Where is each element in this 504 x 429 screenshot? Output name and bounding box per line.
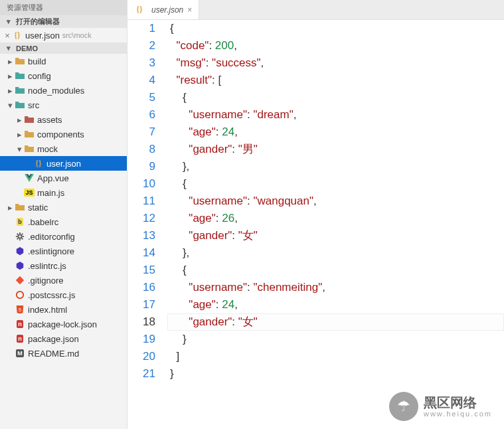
tree-item-label: .postcssrc.js: [28, 290, 76, 300]
line-number: 10: [127, 175, 155, 193]
line-number: 16: [127, 279, 155, 296]
tree-item-user-json[interactable]: {}user.json: [0, 156, 127, 171]
tab-title: user.json: [151, 5, 183, 15]
tree-item-label: .gitignore: [28, 276, 63, 286]
code-line: },: [167, 158, 504, 175]
tree-item--gitignore[interactable]: .gitignore: [0, 273, 127, 288]
tree-item-main-js[interactable]: JSmain.js: [0, 185, 127, 200]
open-editor-name: user.json: [25, 31, 60, 41]
npm-icon: n: [15, 333, 25, 344]
tree-item-package-lock-json[interactable]: npackage-lock.json: [0, 317, 127, 331]
json-icon: {}: [33, 158, 44, 169]
code-line: {: [167, 89, 504, 106]
eslint-icon: [15, 260, 25, 271]
line-number: 2: [127, 37, 155, 54]
project-header[interactable]: ▾ DEMO: [0, 43, 127, 54]
chevron-down-icon: ▾: [4, 17, 13, 26]
npm-icon: n: [15, 319, 25, 329]
tree-item-static[interactable]: ▸static: [0, 200, 127, 214]
line-number: 4: [127, 72, 155, 89]
line-number: 12: [127, 210, 155, 227]
line-number: 17: [127, 296, 155, 313]
line-number: 15: [127, 262, 155, 279]
tree-item--editorconfig[interactable]: .editorconfig: [0, 229, 127, 244]
babel-icon: b: [15, 216, 25, 227]
folder-yellow: [24, 129, 35, 139]
code-line: "username": "wangquan",: [167, 193, 504, 210]
folder-yellow: [15, 202, 25, 213]
tree-item--postcssrc-js[interactable]: .postcssrc.js: [0, 288, 127, 302]
tree-item-label: README.md: [28, 349, 79, 359]
code-line: {: [167, 175, 504, 193]
line-number: 14: [127, 244, 155, 262]
twisty-icon: ▸: [15, 115, 24, 125]
tree-item-config[interactable]: ▸config: [0, 68, 127, 83]
tree-item-label: build: [28, 56, 46, 66]
tree-item-label: static: [28, 203, 48, 213]
code-line: "age": 24,: [167, 124, 504, 141]
twisty-icon: ▸: [5, 71, 15, 81]
watermark: ☂ 黑区网络 www.heiqu.com: [389, 392, 492, 421]
code-line: {: [167, 20, 504, 37]
code-editor[interactable]: 123456789101112131415161718192021 { "cod…: [127, 20, 504, 429]
tree-item-readme-md[interactable]: MREADME.md: [0, 346, 127, 361]
open-editors-list: ×{}user.json src\mock: [0, 28, 127, 43]
line-number: 8: [127, 141, 155, 158]
tree-item-label: .babelrc: [28, 217, 58, 227]
tree-item-label: config: [28, 71, 51, 81]
open-editors-header[interactable]: ▾ 打开的编辑器: [0, 15, 127, 28]
open-editors-label: 打开的编辑器: [16, 17, 60, 27]
tree-item-components[interactable]: ▸components: [0, 127, 127, 141]
tree-item-label: package.json: [28, 334, 79, 344]
tree-item-label: user.json: [46, 159, 81, 169]
tree-item--eslintrc-js[interactable]: .eslintrc.js: [0, 258, 127, 273]
folder-teal: [15, 70, 25, 81]
file-tree: ▸build▸config▸node_modules▾src▸assets▸co…: [0, 54, 127, 429]
line-number: 20: [127, 348, 155, 365]
tree-item-label: .eslintignore: [28, 246, 74, 256]
tree-item--eslintignore[interactable]: .eslintignore: [0, 244, 127, 258]
line-number: 11: [127, 193, 155, 210]
line-number: 21: [127, 365, 155, 383]
watermark-icon: ☂: [389, 392, 418, 421]
open-editor-path: src\mock: [62, 31, 92, 39]
explorer-title: 资源管理器: [0, 0, 127, 15]
eslint-icon: [15, 246, 25, 256]
tree-item-build[interactable]: ▸build: [0, 54, 127, 68]
svg-point-0: [18, 234, 21, 238]
tree-item-package-json[interactable]: npackage.json: [0, 331, 127, 346]
twisty-icon: ▸: [15, 129, 24, 139]
code-line: "gander": "女": [167, 313, 504, 331]
code-line: "username": "chenmeiting",: [167, 279, 504, 296]
code-line: "code": 200,: [167, 37, 504, 54]
code-line: "age": 26,: [167, 210, 504, 227]
tree-item-label: components: [37, 129, 84, 139]
tree-item-label: main.js: [37, 188, 64, 198]
line-number: 3: [127, 54, 155, 72]
tree-item-label: index.html: [28, 305, 67, 315]
tab-user-json[interactable]: {} user.json ×: [127, 0, 199, 19]
tree-item-app-vue[interactable]: App.vue: [0, 171, 127, 185]
tree-item-src[interactable]: ▾src: [0, 98, 127, 112]
line-number: 5: [127, 89, 155, 106]
open-editor-item[interactable]: ×{}user.json src\mock: [0, 28, 127, 43]
svg-text:5: 5: [19, 307, 21, 312]
close-icon[interactable]: ×: [3, 31, 12, 41]
watermark-title: 黑区网络: [424, 395, 492, 410]
chevron-down-icon: ▾: [4, 44, 13, 52]
close-icon[interactable]: ×: [187, 5, 192, 15]
tree-item-assets[interactable]: ▸assets: [0, 112, 127, 127]
json-icon: {}: [134, 5, 145, 15]
line-number: 1: [127, 20, 155, 37]
code-lines: { "code": 200, "msg": "success", "result…: [167, 20, 504, 429]
tree-item-mock[interactable]: ▾mock: [0, 141, 127, 156]
tree-item-node-modules[interactable]: ▸node_modules: [0, 83, 127, 98]
twisty-icon: ▾: [15, 144, 24, 154]
line-number: 7: [127, 124, 155, 141]
tree-item-label: package-lock.json: [28, 319, 97, 329]
tree-item-index-html[interactable]: 5index.html: [0, 302, 127, 317]
tree-item--babelrc[interactable]: b.babelrc: [0, 214, 127, 229]
svg-point-2: [17, 292, 24, 299]
editor-area: {} user.json × 1234567891011121314151617…: [127, 0, 504, 429]
md-icon: M: [15, 348, 25, 359]
